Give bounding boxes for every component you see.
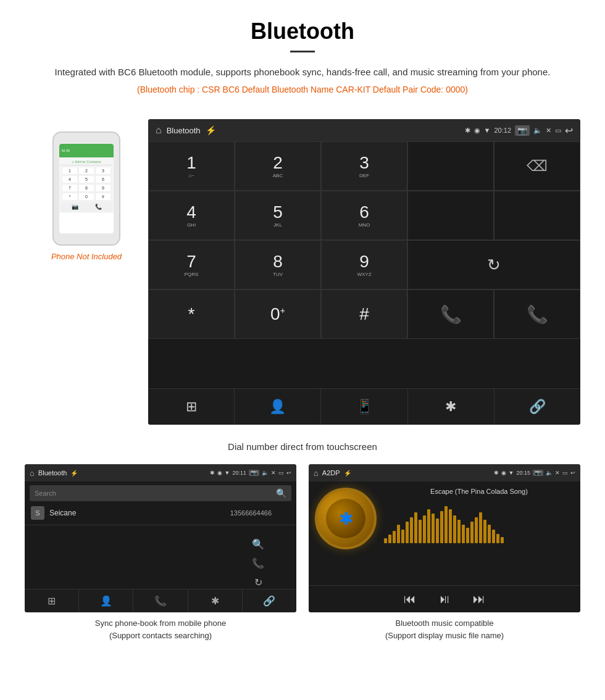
pb-side-refresh-icon[interactable]: ↻ <box>254 577 262 588</box>
phonebook-screen-wrap: ⌂ Bluetooth ⚡ ✱ ◉ ▼ 20:11 📷 🔈 ✕ ▭ ↩ <box>25 464 296 644</box>
eq-bar <box>470 522 474 543</box>
pb-back-icon[interactable]: ↩ <box>286 470 291 476</box>
pb-win-icon[interactable]: ▭ <box>278 470 284 476</box>
dial-hangup-button[interactable]: 📞 <box>494 290 580 339</box>
phone-key-4[interactable]: 4 <box>62 175 78 183</box>
music-signal-icon: ▼ <box>509 470 514 476</box>
music-header: ⌂ A2DP ⚡ ✱ ◉ ▼ 20:15 📷 🔈 ✕ ▭ ↩ <box>309 464 580 481</box>
pb-bb-bluetooth[interactable]: ✱ <box>188 590 243 612</box>
phone-image: M:35 + Add to Contacts 1 2 3 4 5 6 7 8 9 <box>52 131 120 246</box>
dial-key-6[interactable]: 6 MNO <box>321 191 407 240</box>
pb-bb-dialpad[interactable]: ⊞ <box>25 590 79 612</box>
phone-key-star[interactable]: * <box>62 193 78 201</box>
eq-bar <box>466 528 469 543</box>
next-track-icon[interactable]: ⏭ <box>473 592 485 606</box>
car-bottom-bluetooth[interactable]: ✱ <box>408 389 494 425</box>
car-dial-screen: ⌂ Bluetooth ⚡ ✱ ◉ ▼ 20:12 📷 🔈 ✕ ▭ ↩ 1 ⌂~ <box>148 119 580 425</box>
eq-bar <box>388 535 391 543</box>
music-header-right: ✱ ◉ ▼ 20:15 📷 🔈 ✕ ▭ ↩ <box>494 470 575 476</box>
dial-num-5: 5 <box>273 204 283 221</box>
phone-key-0[interactable]: 0 <box>78 193 94 201</box>
eq-bar <box>496 534 499 543</box>
phone-key-3[interactable]: 3 <box>95 167 111 175</box>
car-screen-header: ⌂ Bluetooth ⚡ ✱ ◉ ▼ 20:12 📷 🔈 ✕ ▭ ↩ <box>148 119 580 141</box>
bluetooth-status-icon: ✱ <box>465 127 470 135</box>
dial-key-4[interactable]: 4 GHI <box>148 191 235 240</box>
location-icon: ◉ <box>474 127 480 135</box>
prev-track-icon[interactable]: ⏮ <box>404 592 416 606</box>
eq-bar <box>419 520 422 543</box>
back-icon[interactable]: ↩ <box>565 125 573 136</box>
dial-sub-8: TUV <box>273 272 283 277</box>
eq-bar <box>440 511 443 543</box>
pb-bb-calls[interactable]: 📞 <box>133 590 188 612</box>
dial-backspace[interactable]: ⌫ <box>494 141 580 191</box>
close-icon[interactable]: ✕ <box>546 127 551 135</box>
eq-bar <box>414 512 417 543</box>
dial-key-5[interactable]: 5 JKL <box>235 191 321 240</box>
pb-search-icon[interactable]: 🔍 <box>276 488 286 498</box>
pb-bb-contacts[interactable]: 👤 <box>79 590 133 612</box>
phone-key-2[interactable]: 2 <box>78 167 94 175</box>
phone-keypad: 1 2 3 4 5 6 7 8 9 * 0 # <box>60 165 112 202</box>
dial-num-4: 4 <box>186 204 196 221</box>
dial-key-hash[interactable]: # <box>321 290 407 339</box>
eq-bar <box>432 514 435 543</box>
phone-key-8[interactable]: 8 <box>78 184 94 192</box>
dial-key-star[interactable]: * <box>148 290 235 339</box>
pb-camera-icon: 📷 <box>249 470 259 476</box>
eq-bar <box>393 531 396 543</box>
pb-vol-icon[interactable]: 🔈 <box>262 470 269 476</box>
song-info: Escape (The Pina Colada Song) <box>377 488 574 543</box>
eq-bar <box>475 517 478 543</box>
eq-bar <box>384 538 387 543</box>
pb-contact-initial: S <box>31 506 44 520</box>
music-back-icon[interactable]: ↩ <box>570 470 575 476</box>
music-controls: ⏮ ⏯ ⏭ <box>309 585 580 612</box>
car-bottom-dialpad[interactable]: ⊞ <box>148 389 235 425</box>
music-close-icon[interactable]: ✕ <box>555 470 560 476</box>
dial-key-9[interactable]: 9 WXYZ <box>321 240 407 290</box>
backspace-icon: ⌫ <box>527 157 548 175</box>
home-icon[interactable]: ⌂ <box>156 125 162 136</box>
car-bottom-calls[interactable]: 📱 <box>321 389 407 425</box>
car-bottom-contacts[interactable]: 👤 <box>235 389 321 425</box>
dial-key-7[interactable]: 7 PQRS <box>148 240 235 290</box>
pb-bb-link[interactable]: 🔗 <box>243 590 296 612</box>
music-win-icon[interactable]: ▭ <box>562 470 568 476</box>
phone-key-7[interactable]: 7 <box>62 184 78 192</box>
pb-side-icons: 🔍 📞 ↻ <box>252 538 264 588</box>
window-icon[interactable]: ▭ <box>555 127 561 135</box>
dial-sub-5: JKL <box>273 222 282 228</box>
pb-side-call-icon[interactable]: 📞 <box>252 557 264 569</box>
dial-refresh[interactable]: ↻ <box>407 240 580 290</box>
eq-bar <box>397 525 400 543</box>
play-pause-icon[interactable]: ⏯ <box>438 592 451 606</box>
pb-side-search-icon[interactable]: 🔍 <box>252 538 264 550</box>
dial-call-button[interactable]: 📞 <box>407 290 494 339</box>
phone-not-included-label: Phone Not Included <box>51 252 122 261</box>
pb-usb-icon: ⚡ <box>70 470 78 477</box>
dial-key-2[interactable]: 2 ABC <box>235 141 321 191</box>
music-home-icon[interactable]: ⌂ <box>314 469 319 478</box>
eq-bar <box>401 530 404 543</box>
dial-num-3: 3 <box>359 154 369 172</box>
eq-bar <box>427 509 430 543</box>
dial-key-8[interactable]: 8 TUV <box>235 240 321 290</box>
pb-close-icon[interactable]: ✕ <box>271 470 276 476</box>
music-vol-icon[interactable]: 🔈 <box>546 470 553 476</box>
phone-key-hash[interactable]: # <box>95 193 111 201</box>
music-screen-wrap: ⌂ A2DP ⚡ ✱ ◉ ▼ 20:15 📷 🔈 ✕ ▭ ↩ <box>309 464 580 644</box>
dial-key-1[interactable]: 1 ⌂~ <box>148 141 235 191</box>
car-bottom-link[interactable]: 🔗 <box>494 389 580 425</box>
dial-key-3[interactable]: 3 DEF <box>321 141 407 191</box>
dial-num-1: 1 <box>186 154 196 172</box>
volume-icon[interactable]: 🔈 <box>533 127 542 135</box>
phone-key-5[interactable]: 5 <box>78 175 94 183</box>
phone-key-9[interactable]: 9 <box>95 184 111 192</box>
phone-key-6[interactable]: 6 <box>95 175 111 183</box>
dial-sub-7: PQRS <box>185 272 199 277</box>
pb-home-icon[interactable]: ⌂ <box>30 469 35 478</box>
dial-key-0[interactable]: 0+ <box>235 290 321 339</box>
phone-key-1[interactable]: 1 <box>62 167 78 175</box>
